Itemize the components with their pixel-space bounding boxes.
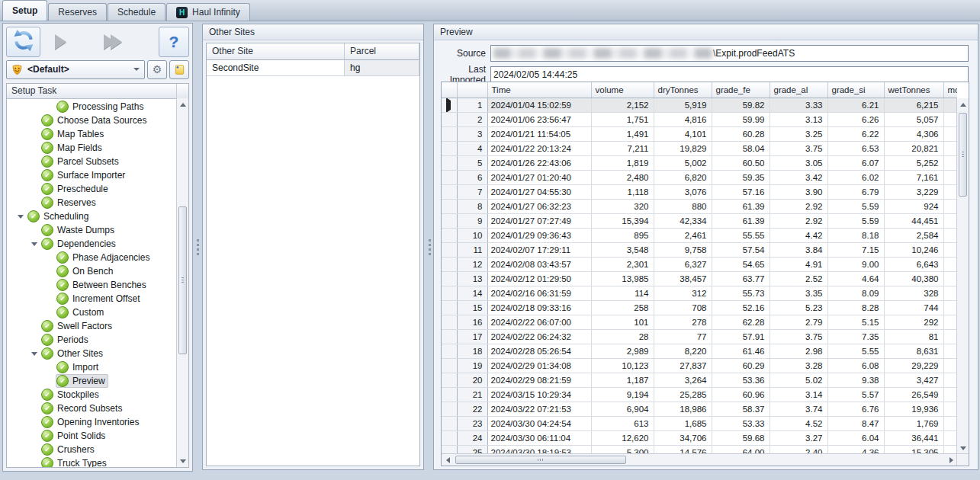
- column-header-other-site[interactable]: Other Site: [207, 43, 345, 60]
- cell-time[interactable]: 2024/02/22 06:07:00: [487, 315, 591, 330]
- cell-volume[interactable]: 15,394: [591, 214, 654, 229]
- tree-item-choose-data-sources[interactable]: ✔Choose Data Sources: [7, 114, 177, 127]
- tree-item-parcel-subsets[interactable]: ✔Parcel Subsets: [7, 155, 177, 168]
- table-row[interactable]: 22024/01/06 23:56:471,7514,81659.993.136…: [442, 113, 957, 127]
- cell-wettonnes[interactable]: 2,584: [884, 229, 943, 243]
- preview-vertical-scrollbar[interactable]: [956, 98, 969, 454]
- column-header-grade_fe[interactable]: grade_fe: [712, 82, 770, 98]
- cell-volume[interactable]: 2,480: [591, 171, 654, 185]
- scroll-down-icon[interactable]: [957, 442, 969, 454]
- cell-grade_fe[interactable]: 63.77: [712, 272, 770, 286]
- cell-moistu[interactable]: [943, 272, 957, 286]
- row-number-cell[interactable]: 12: [457, 258, 487, 272]
- table-row[interactable]: 242024/03/30 06:11:0412,62034,70659.683.…: [442, 431, 957, 446]
- cell-grade_al[interactable]: 5.02: [770, 373, 827, 388]
- cell-time[interactable]: 2024/01/26 22:43:06: [487, 156, 591, 171]
- table-row[interactable]: 42024/01/22 20:13:247,21119,82958.043.75…: [442, 142, 957, 156]
- row-selector-header[interactable]: [442, 82, 457, 98]
- cell-moistu[interactable]: [943, 388, 957, 402]
- cell-wettonnes[interactable]: 29,229: [884, 359, 943, 373]
- last-imported-field[interactable]: 2024/02/05 14:44:25: [490, 66, 969, 83]
- cell-wettonnes[interactable]: 20,821: [884, 142, 943, 156]
- cell-moistu[interactable]: [943, 359, 957, 373]
- table-row[interactable]: 62024/01/27 01:20:402,4806,82059.353.426…: [442, 171, 957, 185]
- row-number-cell[interactable]: 24: [457, 431, 487, 446]
- cell-grade_si[interactable]: 6.02: [827, 171, 884, 185]
- cell-grade_fe[interactable]: 53.36: [712, 373, 770, 388]
- cell-drytonnes[interactable]: 42,334: [654, 214, 712, 229]
- cell-grade_si[interactable]: 4.64: [827, 272, 884, 286]
- table-row[interactable]: 102024/01/29 09:36:438952,46155.554.428.…: [442, 229, 957, 243]
- cell-wettonnes[interactable]: 5,252: [884, 156, 943, 171]
- table-row[interactable]: 162024/02/22 06:07:0010127862.282.795.15…: [442, 315, 957, 330]
- cell-moistu[interactable]: [943, 373, 957, 388]
- cell-grade_fe[interactable]: 53.33: [712, 417, 770, 431]
- row-number-cell[interactable]: 21: [457, 388, 487, 402]
- cell-drytonnes[interactable]: 8,220: [654, 344, 712, 359]
- cell-drytonnes[interactable]: 19,829: [654, 142, 712, 156]
- cell-grade_fe[interactable]: 59.68: [712, 431, 770, 446]
- column-header-time[interactable]: Time: [487, 82, 591, 98]
- cell-grade_fe[interactable]: 57.91: [712, 330, 770, 344]
- source-field[interactable]: \Expit.prodFeedATS: [490, 45, 969, 62]
- cell-grade_al[interactable]: 3.05: [770, 156, 827, 171]
- cell-grade_si[interactable]: 8.09: [827, 286, 884, 301]
- cell-wettonnes[interactable]: 3,427: [884, 373, 943, 388]
- row-selector-cell[interactable]: [442, 272, 457, 286]
- cell-time[interactable]: 2024/01/04 15:02:59: [487, 98, 591, 113]
- cell-volume[interactable]: 9,194: [591, 388, 654, 402]
- cell-drytonnes[interactable]: 3,076: [654, 185, 712, 200]
- cell-moistu[interactable]: [943, 214, 957, 229]
- cell-grade_al[interactable]: 4.42: [770, 229, 827, 243]
- cell-volume[interactable]: 10,123: [591, 359, 654, 373]
- cell-moistu[interactable]: [943, 431, 957, 446]
- tree-item-between-benches[interactable]: ✔Between Benches: [7, 278, 177, 292]
- cell-grade_fe[interactable]: 61.39: [712, 214, 770, 229]
- row-selector-cell[interactable]: [442, 98, 457, 113]
- table-row[interactable]: 72024/01/27 04:55:301,1183,07657.163.906…: [442, 185, 957, 200]
- cell-grade_al[interactable]: 4.91: [770, 258, 827, 272]
- cell-drytonnes[interactable]: 6,820: [654, 171, 712, 185]
- scroll-up-icon[interactable]: [177, 98, 188, 110]
- row-selector-cell[interactable]: [442, 402, 457, 417]
- cell-grade_si[interactable]: 6.04: [827, 431, 884, 446]
- cell-time[interactable]: 2024/01/27 04:55:30: [487, 185, 591, 200]
- scroll-right-icon[interactable]: [945, 454, 957, 466]
- tree-item-opening-inventories[interactable]: ✔Opening Inventories: [7, 415, 177, 429]
- table-row[interactable]: 32024/01/21 11:54:051,4914,10160.283.256…: [442, 127, 957, 142]
- cell-time[interactable]: 2024/02/18 09:33:16: [487, 301, 591, 315]
- cell-grade_fe[interactable]: 57.54: [712, 243, 770, 258]
- cell-moistu[interactable]: [943, 200, 957, 214]
- column-header-parcel[interactable]: Parcel: [345, 43, 419, 60]
- cell-drytonnes[interactable]: 9,758: [654, 243, 712, 258]
- column-header-volume[interactable]: volume: [591, 82, 654, 98]
- cell-grade_al[interactable]: 3.27: [770, 431, 827, 446]
- tree-item-custom[interactable]: ✔Custom: [7, 306, 177, 319]
- cell-wettonnes[interactable]: 292: [884, 315, 943, 330]
- table-row[interactable]: 152024/02/18 09:33:1625870852.165.238.28…: [442, 301, 957, 315]
- cell-volume[interactable]: 2,301: [591, 258, 654, 272]
- cell-grade_fe[interactable]: 60.96: [712, 388, 770, 402]
- row-number-cell[interactable]: 19: [457, 359, 487, 373]
- cell-grade_al[interactable]: 4.52: [770, 417, 827, 431]
- row-number-cell[interactable]: 10: [457, 229, 487, 243]
- row-selector-cell[interactable]: [442, 127, 457, 142]
- row-number-cell[interactable]: 20: [457, 373, 487, 388]
- cell-time[interactable]: 2024/02/29 08:21:59: [487, 373, 591, 388]
- cell-drytonnes[interactable]: 1,685: [654, 417, 712, 431]
- row-number-cell[interactable]: 3: [457, 127, 487, 142]
- cell-grade_al[interactable]: 3.42: [770, 171, 827, 185]
- cell-volume[interactable]: 2,152: [591, 98, 654, 113]
- table-row[interactable]: 202024/02/29 08:21:591,1873,26453.365.02…: [442, 373, 957, 388]
- cell-wettonnes[interactable]: 40,380: [884, 272, 943, 286]
- cell-time[interactable]: 2024/01/29 09:36:43: [487, 229, 591, 243]
- table-row[interactable]: 182024/02/28 05:26:542,9898,22061.462.98…: [442, 344, 957, 359]
- cell-wettonnes[interactable]: 7,161: [884, 171, 943, 185]
- splitter-left[interactable]: [194, 23, 201, 471]
- preview-horizontal-scrollbar[interactable]: [442, 453, 957, 466]
- cell-volume[interactable]: 28: [591, 330, 654, 344]
- cell-volume[interactable]: 320: [591, 200, 654, 214]
- cell-grade_fe[interactable]: 62.28: [712, 315, 770, 330]
- table-row[interactable]: 142024/02/16 06:31:5911431255.733.358.09…: [442, 286, 957, 301]
- profile-dropdown[interactable]: <Default>: [6, 60, 145, 79]
